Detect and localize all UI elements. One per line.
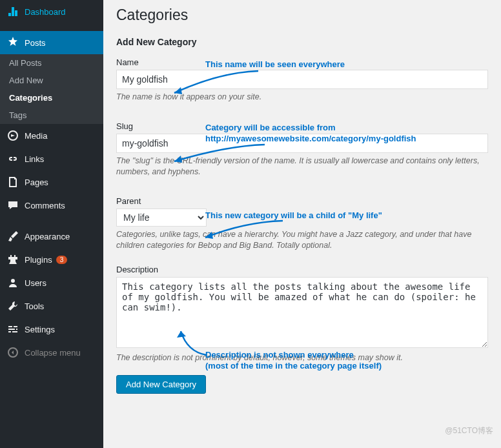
- menu-label: Users: [25, 278, 46, 288]
- field-slug: Slug The "slug" is the URL-friendly vers…: [116, 121, 488, 178]
- plugins-badge: 3: [56, 256, 68, 264]
- plugin-icon: [6, 253, 19, 266]
- page-icon: [6, 176, 19, 188]
- posts-submenu: All Posts Add New Categories Tags: [0, 54, 103, 124]
- brush-icon: [6, 230, 19, 243]
- media-icon: [6, 129, 19, 142]
- menu-links[interactable]: Links: [0, 147, 103, 170]
- submenu-tags[interactable]: Tags: [0, 107, 103, 124]
- parent-help: Categories, unlike tags, can have a hier…: [116, 229, 488, 252]
- collapse-icon: [6, 346, 19, 359]
- svg-point-1: [11, 279, 15, 283]
- name-help: The name is how it appears on your site.: [116, 92, 488, 103]
- form-heading: Add New Category: [116, 37, 488, 47]
- link-icon: [6, 152, 19, 165]
- menu-users[interactable]: Users: [0, 271, 103, 294]
- page-title: Categories: [116, 6, 488, 24]
- menu-label: Plugins: [25, 255, 52, 265]
- submenu-categories[interactable]: Categories: [0, 89, 103, 107]
- parent-select[interactable]: My life: [116, 209, 207, 227]
- menu-posts[interactable]: Posts: [0, 31, 103, 54]
- collapse-menu[interactable]: Collapse menu: [0, 341, 103, 364]
- submenu-add-new[interactable]: Add New: [0, 72, 103, 89]
- dashboard-icon: [6, 5, 19, 18]
- menu-plugins[interactable]: Plugins 3: [0, 248, 103, 271]
- menu-pages[interactable]: Pages: [0, 170, 103, 194]
- slug-label: Slug: [116, 121, 488, 131]
- menu-appearance[interactable]: Appearance: [0, 225, 103, 248]
- comment-icon: [6, 199, 19, 212]
- wrench-icon: [6, 300, 19, 312]
- menu-settings[interactable]: Settings: [0, 318, 103, 341]
- menu-label: Settings: [25, 325, 55, 334]
- add-category-button[interactable]: Add New Category: [116, 375, 206, 394]
- menu-dashboard[interactable]: Dashboard: [0, 0, 103, 23]
- name-input[interactable]: [116, 70, 488, 89]
- menu-label: Posts: [25, 38, 46, 48]
- watermark: @51CTO博客: [445, 425, 493, 436]
- sliders-icon: [6, 323, 19, 336]
- field-description: Description This category lists all the …: [116, 265, 488, 364]
- menu-label: Tools: [25, 301, 44, 311]
- admin-sidebar: Dashboard Posts All Posts Add New Catego…: [0, 0, 103, 448]
- menu-tools[interactable]: Tools: [0, 294, 103, 318]
- user-icon: [6, 276, 19, 289]
- menu-label: Comments: [25, 201, 65, 210]
- menu-label: Collapse menu: [25, 348, 81, 358]
- menu-label: Media: [25, 131, 47, 141]
- description-label: Description: [116, 265, 488, 274]
- name-label: Name: [116, 57, 488, 67]
- pin-icon: [6, 36, 19, 49]
- slug-help: The "slug" is the URL-friendly version o…: [116, 156, 488, 178]
- menu-media[interactable]: Media: [0, 124, 103, 147]
- parent-label: Parent: [116, 196, 488, 206]
- slug-input[interactable]: [116, 134, 488, 153]
- main-content: Categories Add New Category Name The nam…: [103, 0, 501, 448]
- menu-label: Links: [25, 154, 44, 164]
- description-help: The description is not prominent by defa…: [116, 352, 488, 364]
- description-textarea[interactable]: This category lists all the posts talkin…: [116, 277, 488, 348]
- menu-label: Pages: [25, 178, 48, 187]
- field-parent: Parent My life Categories, unlike tags, …: [116, 196, 488, 252]
- menu-comments[interactable]: Comments: [0, 194, 103, 217]
- menu-label: Dashboard: [25, 7, 66, 17]
- menu-label: Appearance: [25, 232, 70, 241]
- submenu-all-posts[interactable]: All Posts: [0, 54, 103, 72]
- field-name: Name The name is how it appears on your …: [116, 57, 488, 103]
